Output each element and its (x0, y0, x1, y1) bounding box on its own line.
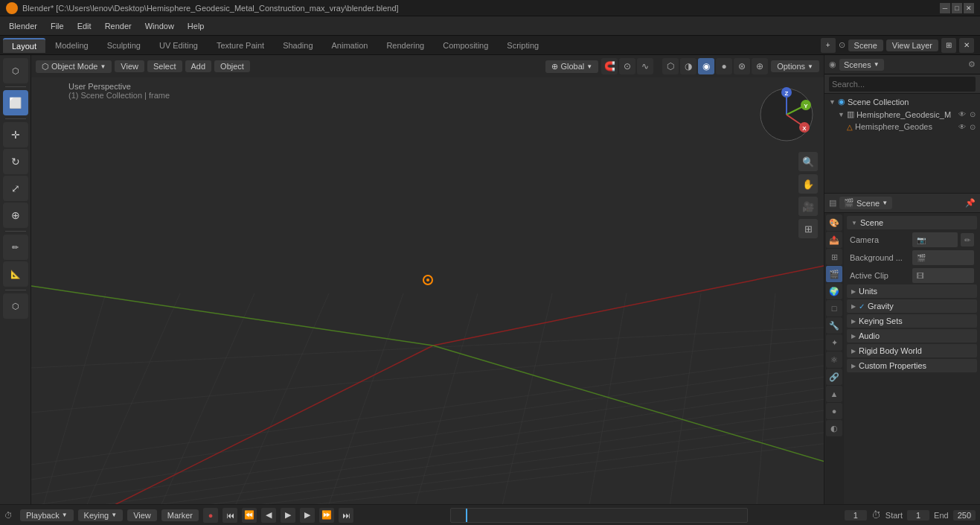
3d-cursor[interactable] (420, 273, 435, 287)
timeline-scrubber[interactable] (450, 508, 748, 523)
props-modifier-icon[interactable]: 🔧 (826, 317, 842, 334)
tab-modeling[interactable]: Modeling (46, 39, 97, 52)
scale-tool[interactable]: ⤢ (3, 176, 28, 201)
scene-section-header[interactable]: ▼ Scene (847, 216, 977, 229)
menu-file[interactable]: File (45, 20, 70, 32)
jump-start-button[interactable]: ⏮ (222, 508, 237, 523)
viewport-overlay-toggle[interactable]: ⊛ (734, 58, 750, 74)
screen-close-button[interactable]: ✕ (959, 38, 974, 53)
object-restrict-icon[interactable]: ⊙ (970, 123, 976, 131)
play-button[interactable]: ▶ (281, 508, 295, 523)
prev-frame-button[interactable]: ⏪ (242, 508, 257, 523)
mode-icon[interactable]: ⬡ (3, 58, 28, 83)
active-clip-value[interactable]: 🎞 (912, 268, 974, 283)
audio-section-header[interactable]: ▶ Audio (847, 329, 977, 343)
outliner-scene-collection[interactable]: ▼ ◉ Scene Collection (826, 95, 979, 108)
step-forward-button[interactable]: ▶ (300, 508, 315, 523)
rotate-tool[interactable]: ↻ (3, 149, 28, 174)
menu-window[interactable]: Window (139, 20, 180, 32)
tab-rendering[interactable]: Rendering (377, 39, 433, 52)
move-tool[interactable]: ✛ (3, 122, 28, 147)
props-constraints-icon[interactable]: 🔗 (826, 369, 842, 385)
props-output-icon[interactable]: 📤 (826, 232, 842, 248)
end-frame-value[interactable]: 250 (953, 510, 976, 521)
next-frame-button[interactable]: ⏩ (319, 508, 334, 523)
props-scene-icon-btn[interactable]: 🎬 (826, 266, 842, 282)
measure-tool[interactable]: 📐 (3, 261, 28, 287)
properties-pin-icon[interactable]: 📌 (965, 198, 976, 208)
object-mode-dropdown[interactable]: ⬡ Object Mode ▼ (36, 60, 112, 73)
annotate-tool[interactable]: ✏ (3, 235, 28, 260)
viewport-object-menu[interactable]: Object (214, 60, 250, 72)
step-back-button[interactable]: ◀ (261, 508, 276, 523)
units-section-header[interactable]: ▶ Units (847, 284, 977, 298)
transform-tool[interactable]: ⊕ (3, 203, 28, 228)
tab-layout[interactable]: Layout (3, 38, 45, 53)
current-frame-value[interactable]: 1 (845, 510, 867, 521)
tab-uv-editing[interactable]: UV Editing (150, 39, 207, 52)
gravity-checkbox[interactable]: ✓ (859, 302, 865, 311)
menu-render[interactable]: Render (99, 20, 138, 32)
zoom-in-button[interactable]: 🔍 (798, 152, 818, 171)
record-button[interactable]: ● (203, 508, 218, 523)
viewport-options-menu[interactable]: Options ▼ (771, 60, 819, 72)
jump-end-button[interactable]: ⏭ (339, 508, 353, 523)
viewport-add-menu[interactable]: Add (185, 60, 212, 72)
gravity-section-header[interactable]: ▶ ✓ Gravity (847, 299, 977, 313)
tab-compositing[interactable]: Compositing (434, 39, 497, 52)
tab-texture-paint[interactable]: Texture Paint (208, 39, 273, 52)
outliner-sub-item-geodes[interactable]: △ Hemisphere_Geodes 👁 ⊙ (826, 121, 979, 133)
camera-eyedropper[interactable]: ✏ (961, 233, 974, 246)
props-material-icon[interactable]: ● (826, 403, 842, 419)
tab-animation[interactable]: Animation (323, 39, 377, 52)
rigid-body-section-header[interactable]: ▶ Rigid Body World (847, 344, 977, 357)
outliner-collection-item[interactable]: ▼ ▥ Hemisphere_Geodesic_M 👁 ⊙ (826, 108, 979, 121)
snap-toggle[interactable]: 🧲 (601, 58, 618, 74)
viewport-3d[interactable]: .grid-line { stroke: #3a3a3a; stroke-wid… (31, 55, 824, 504)
ortho-toggle-button[interactable]: ⊞ (798, 219, 818, 238)
props-shader-icon[interactable]: ◐ (826, 420, 842, 436)
collection-visibility-icon[interactable]: 👁 (958, 110, 966, 118)
marker-menu[interactable]: Marker (161, 509, 199, 521)
pan-button[interactable]: ✋ (798, 174, 818, 194)
object-visibility-icon[interactable]: 👁 (958, 123, 966, 131)
transform-orient-dropdown[interactable]: ⊕ Global ▼ (545, 60, 598, 73)
props-particles-icon[interactable]: ✦ (826, 334, 842, 351)
add-workspace-button[interactable]: + (821, 38, 836, 53)
background-value[interactable]: 🎬 (912, 250, 974, 265)
viewport-gizmo-toggle[interactable]: ⊕ (752, 58, 768, 74)
camera-view-button[interactable]: 🎥 (798, 197, 818, 216)
tab-scripting[interactable]: Scripting (498, 39, 548, 52)
menu-blender[interactable]: Blender (3, 20, 43, 32)
playback-menu[interactable]: Playback ▼ (20, 509, 74, 521)
proportional-edit[interactable]: ⊙ (619, 58, 635, 74)
add-primitive-tool[interactable]: ⬡ (3, 293, 28, 319)
custom-props-section-header[interactable]: ▶ Custom Properties (847, 359, 977, 372)
viewport-shading-solid[interactable]: ◑ (680, 58, 696, 74)
keying-sets-section-header[interactable]: ▶ Keying Sets (847, 314, 977, 328)
outliner-display-mode[interactable]: Scenes ▼ (839, 59, 884, 71)
viewport-shading-rendered[interactable]: ● (716, 58, 732, 74)
collection-restrict-icon[interactable]: ⊙ (970, 110, 976, 118)
props-view-layer-icon[interactable]: ⊞ (826, 249, 842, 265)
props-render-icon[interactable]: 🎨 (826, 214, 842, 231)
props-object-icon[interactable]: □ (826, 300, 842, 316)
keying-menu[interactable]: Keying ▼ (78, 509, 124, 521)
scene-selector[interactable]: Scene (848, 39, 883, 51)
select-tool[interactable]: ⬜ (3, 90, 28, 115)
props-physics-icon[interactable]: ⚛ (826, 351, 842, 368)
tab-shading[interactable]: Shading (274, 39, 321, 52)
outliner-filter-button[interactable]: ⚙ (968, 60, 976, 69)
viewport-select-menu[interactable]: Select (147, 60, 182, 72)
viewport-shading-wire[interactable]: ⬡ (662, 58, 679, 74)
menu-edit[interactable]: Edit (71, 20, 97, 32)
viewport-view-menu[interactable]: View (115, 60, 144, 72)
tab-sculpting[interactable]: Sculpting (98, 39, 150, 52)
props-world-icon[interactable]: 🌍 (826, 283, 842, 299)
view-layer-selector[interactable]: View Layer (886, 39, 938, 51)
close-button[interactable]: ✕ (964, 3, 974, 13)
properties-context-selector[interactable]: 🎬 Scene ▼ (839, 197, 892, 209)
props-data-icon[interactable]: ▲ (826, 386, 842, 402)
outliner-search-input[interactable] (829, 77, 976, 92)
menu-help[interactable]: Help (182, 20, 211, 32)
